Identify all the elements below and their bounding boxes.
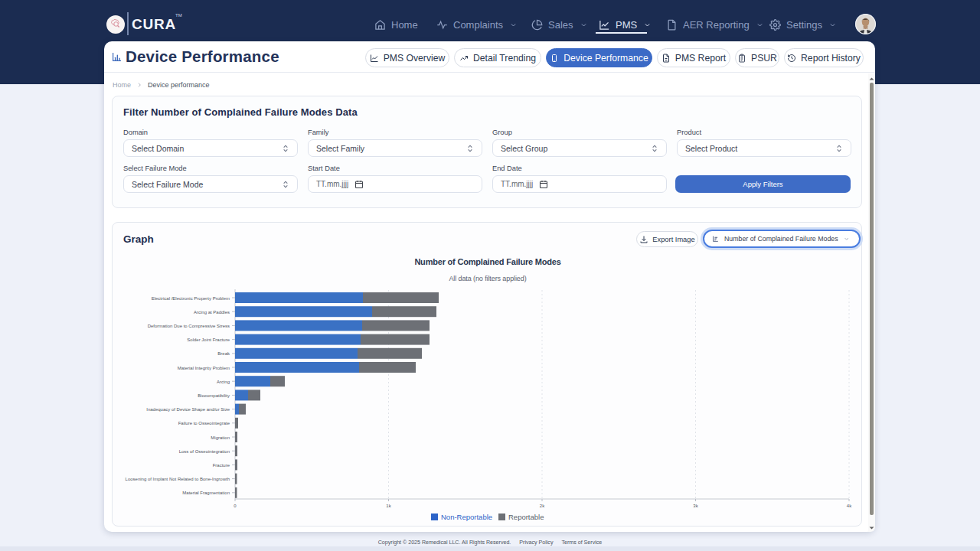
- svg-text:Failure to Osseointegrate: Failure to Osseointegrate: [178, 421, 230, 425]
- svg-text:Reportable: Reportable: [508, 513, 544, 521]
- svg-text:Migration: Migration: [211, 435, 230, 440]
- svg-text:Inadequacy of Device Shape and: Inadequacy of Device Shape and/or Size: [146, 407, 230, 412]
- svg-text:Solder Joint Fracture: Solder Joint Fracture: [187, 337, 230, 342]
- svg-text:Arcing: Arcing: [217, 380, 230, 384]
- svg-text:Fracture: Fracture: [213, 463, 230, 468]
- svg-text:Loss of Osseointegration: Loss of Osseointegration: [179, 449, 230, 454]
- svg-text:2k: 2k: [540, 504, 545, 508]
- svg-text:Break: Break: [217, 351, 230, 356]
- svg-text:Material Integrity Problem: Material Integrity Problem: [178, 366, 230, 370]
- svg-text:Electrical /Electronic Propert: Electrical /Electronic Property Problem: [152, 296, 230, 301]
- svg-text:Loosening of Implant Not Relat: Loosening of Implant Not Related to Bone…: [126, 477, 230, 481]
- svg-text:Non-Reportable: Non-Reportable: [441, 513, 492, 521]
- svg-text:Deformation Due to Compressive: Deformation Due to Compressive Stress: [148, 324, 230, 328]
- svg-text:Material Fragmentation: Material Fragmentation: [182, 491, 230, 495]
- svg-text:Biocompatibility: Biocompatibility: [198, 393, 230, 398]
- svg-text:0: 0: [234, 504, 237, 508]
- svg-text:1k: 1k: [386, 504, 391, 508]
- svg-text:Arcing at Paddles: Arcing at Paddles: [194, 310, 230, 315]
- svg-text:3k: 3k: [693, 504, 698, 508]
- svg-text:4k: 4k: [847, 504, 852, 508]
